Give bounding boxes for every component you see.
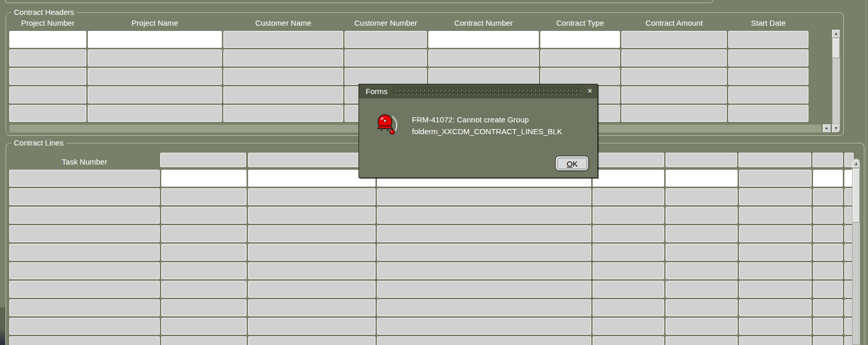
lines-cell[interactable] [593,281,664,298]
lines-cell[interactable] [9,262,160,279]
headers-cell[interactable] [223,49,343,66]
headers-cell[interactable] [728,86,808,103]
lines-cell[interactable] [666,318,738,335]
lines-cell[interactable] [248,188,375,205]
lines-cell[interactable] [666,225,738,242]
headers-cell[interactable] [88,86,222,103]
headers-cell[interactable] [428,49,539,66]
lines-cell[interactable] [9,170,160,187]
lines-cell[interactable] [666,170,738,187]
lines-cell[interactable] [813,188,843,205]
lines-cell[interactable] [377,262,591,279]
lines-cell[interactable] [739,299,812,316]
lines-cell[interactable] [666,281,738,298]
lines-cell[interactable] [739,225,812,242]
lines-cell[interactable] [9,244,160,261]
ok-button[interactable]: OK [555,156,589,171]
lines-scrollbar-thumb[interactable] [853,169,860,223]
headers-cell[interactable] [9,105,86,122]
lines-cell[interactable] [593,318,664,335]
lines-cell[interactable] [813,170,843,187]
lines-cell[interactable] [739,188,812,205]
lines-cell[interactable] [666,299,738,316]
headers-cell[interactable] [428,31,539,48]
lines-cell[interactable] [377,281,591,298]
lines-cell[interactable] [593,225,664,242]
lines-cell[interactable] [248,262,375,279]
lines-cell[interactable] [377,188,591,205]
lines-cell[interactable] [739,281,812,298]
lines-cell[interactable] [593,170,664,187]
lines-cell[interactable] [813,244,843,261]
lines-cell[interactable] [248,318,375,335]
lines-cell[interactable] [813,299,843,316]
lines-cell[interactable] [739,207,812,224]
headers-cell[interactable] [88,105,222,122]
lines-cell[interactable] [248,299,375,316]
headers-cell[interactable] [88,31,222,48]
dialog-titlebar[interactable]: Forms × [359,84,597,98]
lines-cell[interactable] [377,336,591,345]
lines-cell[interactable] [161,281,247,298]
lines-cell[interactable] [593,188,664,205]
headers-scroll-up-button[interactable]: ▲ [832,30,840,38]
headers-scroll-down-button[interactable]: ▼ [832,124,840,133]
headers-cell[interactable] [540,31,620,48]
close-icon[interactable]: × [588,87,592,95]
lines-cell[interactable] [9,299,160,316]
lines-cell[interactable] [248,244,375,261]
headers-cell[interactable] [9,68,86,85]
lines-cell[interactable] [666,207,738,224]
lines-cell[interactable] [9,207,160,224]
headers-cell[interactable] [223,68,343,85]
lines-cell[interactable] [666,262,738,279]
lines-cell[interactable] [739,336,812,345]
lines-cell[interactable] [377,207,591,224]
lines-cell[interactable] [593,262,664,279]
headers-cell[interactable] [88,49,222,66]
lines-cell[interactable] [593,336,664,345]
lines-cell[interactable] [377,225,591,242]
lines-cell[interactable] [813,281,843,298]
lines-cell[interactable] [813,318,843,335]
lines-cell[interactable] [161,170,247,187]
lines-cell[interactable] [248,170,375,187]
lines-cell[interactable] [248,207,375,224]
lines-cell[interactable] [593,244,664,261]
lines-cell[interactable] [9,318,160,335]
headers-cell[interactable] [728,49,808,66]
headers-cell[interactable] [345,31,427,48]
headers-cell[interactable] [9,49,86,66]
headers-cell[interactable] [728,68,808,85]
lines-cell[interactable] [739,318,812,335]
lines-cell[interactable] [248,336,375,345]
lines-cell[interactable] [666,244,738,261]
headers-cell[interactable] [540,68,620,85]
lines-cell[interactable] [666,336,738,345]
lines-cell[interactable] [9,225,160,242]
lines-cell[interactable] [161,336,247,345]
headers-cell[interactable] [540,49,620,66]
lines-cell[interactable] [813,225,843,242]
lines-cell[interactable] [9,281,160,298]
lines-cell[interactable] [248,281,375,298]
lines-scroll-up-button[interactable]: ▲ [852,160,860,168]
lines-cell[interactable] [377,299,591,316]
lines-cell[interactable] [739,170,812,187]
lines-cell[interactable] [161,244,247,261]
lines-cell[interactable] [248,225,375,242]
headers-cell[interactable] [621,31,727,48]
headers-cell[interactable] [728,105,808,122]
headers-cell[interactable] [223,31,343,48]
headers-cell[interactable] [9,31,86,48]
lines-cell[interactable] [813,336,843,345]
headers-cell[interactable] [621,86,727,103]
headers-cell[interactable] [223,105,343,122]
headers-cell[interactable] [621,68,727,85]
lines-cell[interactable] [593,207,664,224]
headers-cell[interactable] [345,49,427,66]
lines-cell[interactable] [161,262,247,279]
lines-cell[interactable] [9,336,160,345]
headers-vertical-scrollbar[interactable]: ▲ [832,30,840,124]
lines-cell[interactable] [377,318,591,335]
